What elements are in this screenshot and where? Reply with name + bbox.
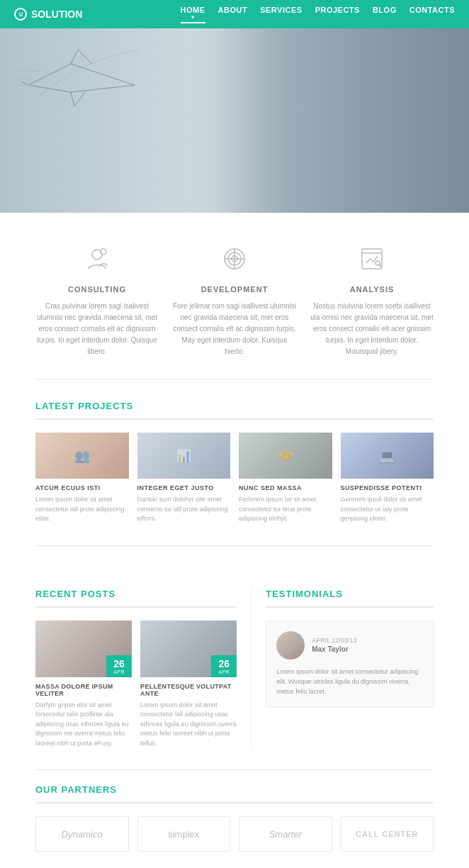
projects-section-title: LATEST PROJECTS bbox=[35, 401, 434, 420]
project-thumb-3: 🤝 bbox=[239, 433, 332, 479]
project-thumb-4: 💻 bbox=[341, 433, 434, 479]
testimonials-section-title: TESTIMONIALS bbox=[266, 589, 434, 608]
hero-section bbox=[0, 28, 469, 213]
post-text-1: Dorfym gripsn elor sit amet lorsecedur t… bbox=[35, 701, 132, 749]
service-analysis: ANALYSIS Nostus miulvina lorem soebi isa… bbox=[310, 241, 434, 357]
main-nav: HOME ABOUT SERVICES PROJECTS BLOG CONTAC… bbox=[181, 6, 455, 23]
partner-3: Smarter bbox=[239, 816, 332, 852]
analysis-icon bbox=[354, 241, 390, 277]
svg-point-12 bbox=[375, 261, 380, 265]
testimonial-header: APRIL 12/03/13 Max Taylor bbox=[276, 631, 423, 660]
testimonial-card: APRIL 12/03/13 Max Taylor Lorem ipsum do… bbox=[266, 621, 434, 708]
hero-person-bg bbox=[214, 28, 469, 213]
recent-posts-section: RECENT POSTS 26 APR MASSA DOLORE IPSUM V… bbox=[35, 589, 251, 749]
nav-projects[interactable]: PROJECTS bbox=[315, 6, 360, 23]
posts-section-title: RECENT POSTS bbox=[35, 589, 237, 608]
logo-icon: ∪ bbox=[14, 8, 27, 21]
projects-grid: 👥 ATCUR ECUUS ISTI Lorem ipsum dolor sit… bbox=[35, 433, 434, 524]
post-title-1: MASSA DOLORE IPSUM VELITER bbox=[35, 683, 132, 697]
post-date-mon-2: APR bbox=[211, 669, 237, 674]
services-section: CONSULTING Cras pulvinar lorem sagi isal… bbox=[0, 213, 469, 379]
project-item-1[interactable]: 👥 ATCUR ECUUS ISTI Lorem ipsum dolor sit… bbox=[35, 433, 129, 524]
logo-text: SOLUTION bbox=[31, 9, 82, 20]
service-consulting: CONSULTING Cras pulvinar lorem sagi isal… bbox=[35, 241, 159, 357]
testimonial-avatar bbox=[276, 631, 305, 660]
testimonial-author: Max Taylor bbox=[312, 645, 356, 653]
partner-2: simplex bbox=[137, 816, 231, 852]
testimonial-date: APRIL 12/03/13 bbox=[312, 637, 356, 644]
development-title: DEVELOPMENT bbox=[173, 285, 296, 294]
post-date-badge-1: 26 APR bbox=[106, 655, 132, 677]
post-thumb-1: 26 APR bbox=[35, 621, 132, 677]
svg-rect-10 bbox=[362, 249, 382, 269]
analysis-text: Nostus miulvina lorem soebi isallivest u… bbox=[310, 301, 434, 357]
consulting-icon bbox=[79, 241, 115, 277]
nav-blog[interactable]: BLOG bbox=[373, 6, 397, 23]
partner-1: Dynamico bbox=[35, 816, 129, 852]
service-development: DEVELOPMENT Fore jelimar rom sagi isalli… bbox=[173, 241, 296, 357]
project-item-3[interactable]: 🤝 NUNC SED MASSA Ferlorem ipsum lor sit … bbox=[239, 433, 332, 524]
project-thumb-1: 👥 bbox=[35, 433, 129, 479]
project-name-3: NUNC SED MASSA bbox=[239, 484, 332, 491]
post-date-mon-1: APR bbox=[106, 669, 132, 674]
nav-home[interactable]: HOME bbox=[181, 6, 205, 23]
project-desc-4: Gerorem ipsuli dolor sit amet consectetu… bbox=[341, 495, 434, 524]
project-desc-1: Lorem ipsum dolor sit amet consectetur i… bbox=[35, 495, 129, 524]
hero-visual bbox=[0, 28, 469, 213]
post-text-2: Lorem ipsum dolor sit amet consectetur l… bbox=[140, 701, 237, 749]
post-date-num-2: 26 bbox=[211, 658, 237, 669]
development-text: Fore jelimar rom sagi isallivest ulumnis… bbox=[173, 301, 296, 357]
posts-testimonials-section: RECENT POSTS 26 APR MASSA DOLORE IPSUM V… bbox=[0, 567, 469, 770]
analysis-title: ANALYSIS bbox=[310, 285, 434, 294]
hero-plane-illustration bbox=[14, 43, 156, 128]
consulting-title: CONSULTING bbox=[35, 285, 159, 294]
project-item-2[interactable]: 📊 INTEGER EGET JUSTO Dartoki sum dolohyr… bbox=[137, 433, 231, 524]
testimonials-section: TESTIMONIALS APRIL 12/03/13 Max Taylor L… bbox=[251, 589, 434, 749]
development-icon bbox=[217, 241, 252, 277]
project-name-1: ATCUR ECUUS ISTI bbox=[35, 484, 129, 491]
testimonial-text: Lorem ipsum dolor sit amet consectetur a… bbox=[276, 667, 423, 697]
project-desc-2: Dartoki sum dolohyr site amet consecto t… bbox=[137, 495, 231, 524]
post-date-num-1: 26 bbox=[106, 658, 132, 669]
post-title-2: PELLENTESQUE VOLUTPAT ANTE bbox=[140, 683, 237, 697]
partner-4: CALL CENTER bbox=[341, 816, 434, 852]
post-item-2[interactable]: 26 APR PELLENTESQUE VOLUTPAT ANTE Lorem … bbox=[140, 621, 237, 749]
partners-section: OUR PARTNERS Dynamico simplex Smarter CA… bbox=[0, 770, 469, 868]
post-item-1[interactable]: 26 APR MASSA DOLORE IPSUM VELITER Dorfym… bbox=[35, 621, 132, 749]
testimonial-meta: APRIL 12/03/13 Max Taylor bbox=[312, 637, 356, 653]
nav-services[interactable]: SERVICES bbox=[260, 6, 302, 23]
post-thumb-2: 26 APR bbox=[140, 621, 237, 677]
partners-grid: Dynamico simplex Smarter CALL CENTER bbox=[35, 816, 434, 852]
project-name-2: INTEGER EGET JUSTO bbox=[137, 484, 231, 491]
project-name-4: SUSPENDISSE POTENTI bbox=[341, 484, 434, 491]
site-logo[interactable]: ∪ SOLUTION bbox=[14, 8, 82, 21]
posts-grid: 26 APR MASSA DOLORE IPSUM VELITER Dorfym… bbox=[35, 621, 237, 749]
consulting-text: Cras pulvinar lorem sagi isalivest ulumn… bbox=[35, 301, 159, 357]
nav-contacts[interactable]: CONTACTS bbox=[409, 6, 455, 23]
post-date-badge-2: 26 APR bbox=[211, 655, 237, 677]
spacer-1 bbox=[0, 546, 469, 567]
project-desc-3: Ferlorem ipsum lor sit amet consectetur … bbox=[239, 495, 332, 524]
partners-section-title: OUR PARTNERS bbox=[35, 784, 434, 803]
latest-projects-section: LATEST PROJECTS 👥 ATCUR ECUUS ISTI Lorem… bbox=[0, 379, 469, 545]
project-thumb-2: 📊 bbox=[137, 433, 231, 479]
site-header: ∪ SOLUTION HOME ABOUT SERVICES PROJECTS … bbox=[0, 0, 469, 28]
project-item-4[interactable]: 💻 SUSPENDISSE POTENTI Gerorem ipsuli dol… bbox=[341, 433, 434, 524]
nav-about[interactable]: ABOUT bbox=[218, 6, 248, 23]
